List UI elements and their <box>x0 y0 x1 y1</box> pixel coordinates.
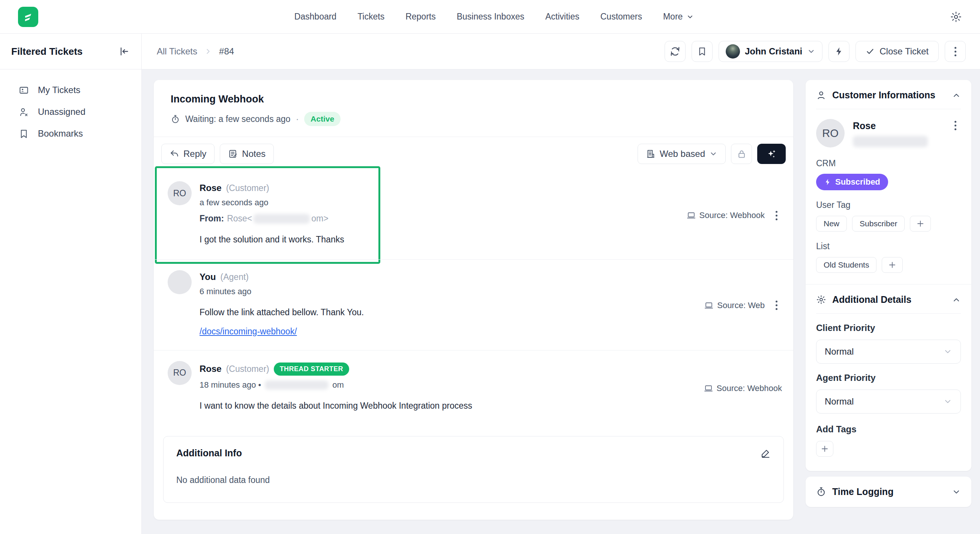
customer-name: Rose <box>853 120 941 131</box>
person-icon <box>816 90 826 100</box>
user-tag-pill: New <box>816 216 847 231</box>
message-body: Follow the link attached bellow. Thank Y… <box>199 306 697 319</box>
customer-profile: RO Rose <box>806 109 971 148</box>
plus-icon <box>820 444 829 453</box>
agent-priority-label: Agent Priority <box>816 373 961 383</box>
ticket-head: Incoming Webhook Waiting: a few seconds … <box>154 80 793 137</box>
avatar: RO <box>816 119 845 147</box>
nav-item-more[interactable]: More <box>663 12 694 22</box>
client-priority-label: Client Priority <box>816 323 961 333</box>
nav-item-business-inboxes[interactable]: Business Inboxes <box>457 12 524 22</box>
message-author: You <box>199 272 216 282</box>
breadcrumb: All Tickets #84 <box>157 46 234 57</box>
time-logging-header[interactable]: Time Logging <box>806 477 971 507</box>
right-panel: Customer Informations RO Rose <box>806 80 971 507</box>
nav-item-reports[interactable]: Reports <box>406 12 436 22</box>
laptop-icon <box>704 384 713 393</box>
breadcrumb-all-tickets[interactable]: All Tickets <box>157 46 197 57</box>
agent-name: John Cristani <box>745 46 802 57</box>
pencil-icon <box>760 448 771 458</box>
lock-icon <box>737 149 747 159</box>
message-menu-button[interactable] <box>771 209 782 222</box>
edit-additional-info-button[interactable] <box>760 448 771 458</box>
crm-block: CRM Subscribed <box>806 148 971 190</box>
stopwatch-icon <box>816 487 826 497</box>
ai-assistant-button[interactable] <box>757 144 786 164</box>
message-main: Rose (Customer) a few seconds ago From: … <box>199 181 679 246</box>
refresh-icon <box>670 46 680 57</box>
message-body: I got the solution and it works. Thanks <box>199 233 679 246</box>
message-rose-latest: RO Rose (Customer) a few seconds ago Fro… <box>154 171 793 259</box>
agent-avatar <box>726 44 740 59</box>
chevron-down-icon <box>943 397 952 406</box>
top-nav: Dashboard Tickets Reports Business Inbox… <box>0 0 980 34</box>
customer-info-header[interactable]: Customer Informations <box>806 80 971 109</box>
avatar: RO <box>168 181 192 205</box>
check-icon <box>865 47 875 56</box>
nav-item-activities[interactable]: Activities <box>545 12 579 22</box>
client-priority-field: Client Priority Normal <box>806 314 971 363</box>
ticket-card-icon <box>19 85 29 95</box>
nav-item-customers[interactable]: Customers <box>600 12 642 22</box>
client-priority-select[interactable]: Normal <box>816 340 961 363</box>
customer-info-title: Customer Informations <box>832 90 946 100</box>
redacted-email <box>265 381 329 389</box>
message-side: Source: Webhook <box>704 361 782 412</box>
agent-priority-value: Normal <box>825 396 943 407</box>
list-pill: Old Students <box>816 257 877 273</box>
refresh-button[interactable] <box>665 41 686 62</box>
notes-icon <box>228 149 238 159</box>
laptop-icon <box>704 301 713 310</box>
add-ticket-tag-button[interactable] <box>816 441 834 457</box>
message-role: (Customer) <box>226 364 269 374</box>
user-x-icon <box>19 107 29 117</box>
sidebar-item-bookmarks[interactable]: Bookmarks <box>19 123 142 145</box>
reply-arrow-icon <box>170 149 179 159</box>
redacted-email <box>853 136 928 147</box>
notes-button[interactable]: Notes <box>220 144 274 164</box>
private-lock-button[interactable] <box>731 144 752 164</box>
lightning-icon <box>834 46 844 56</box>
sidebar-nav: My Tickets Unassigned <box>0 69 142 145</box>
message-menu-button[interactable] <box>771 299 782 312</box>
page-header: All Tickets #84 <box>142 34 980 69</box>
ticket-thread-card: Incoming Webhook Waiting: a few seconds … <box>154 80 793 520</box>
plus-icon <box>916 219 925 228</box>
ticket-more-menu-button[interactable] <box>945 41 966 62</box>
message-link[interactable]: /docs/incoming-webhook/ <box>199 327 297 336</box>
close-ticket-button[interactable]: Close Ticket <box>856 41 939 62</box>
agent-priority-select[interactable]: Normal <box>816 389 961 414</box>
sidebar-item-my-tickets[interactable]: My Tickets <box>19 79 142 101</box>
agent-priority-field: Agent Priority Normal <box>806 363 971 414</box>
notes-label: Notes <box>242 148 266 159</box>
reply-label: Reply <box>183 148 206 159</box>
sidebar-header: Filtered Tickets <box>0 34 142 69</box>
sidebar-collapse-button[interactable] <box>119 46 129 57</box>
channel-dropdown[interactable]: Web based <box>638 144 726 164</box>
brand-logo[interactable] <box>18 7 38 27</box>
settings-button[interactable] <box>950 11 962 23</box>
avatar <box>168 270 192 294</box>
reply-button[interactable]: Reply <box>161 144 215 164</box>
bookmark-ticket-button[interactable] <box>692 41 713 62</box>
additional-details-header[interactable]: Additional Details <box>806 284 971 313</box>
thread-toolbar: Reply Notes <box>154 137 793 171</box>
status-badge: Active <box>304 112 340 126</box>
app-root: Dashboard Tickets Reports Business Inbox… <box>0 0 980 534</box>
add-list-button[interactable] <box>882 257 903 273</box>
message-author: Rose <box>199 363 222 374</box>
add-user-tag-button[interactable] <box>910 216 931 231</box>
thread-starter-badge: THREAD STARTER <box>274 362 349 376</box>
nav-item-tickets[interactable]: Tickets <box>358 12 384 22</box>
avatar: RO <box>168 361 192 385</box>
sidebar-item-unassigned[interactable]: Unassigned <box>19 101 142 123</box>
nav-item-dashboard[interactable]: Dashboard <box>294 12 337 22</box>
message-from-line: From: Rose< om> <box>199 214 679 224</box>
user-tag-label: User Tag <box>816 200 961 210</box>
list-block: List Old Students <box>806 231 971 273</box>
additional-info-title: Additional Info <box>176 448 242 459</box>
sidebar-item-label: Bookmarks <box>38 128 83 139</box>
assigned-agent-dropdown[interactable]: John Cristani <box>719 41 822 62</box>
customer-menu-button[interactable] <box>950 119 961 132</box>
workflow-actions-button[interactable] <box>829 41 850 62</box>
